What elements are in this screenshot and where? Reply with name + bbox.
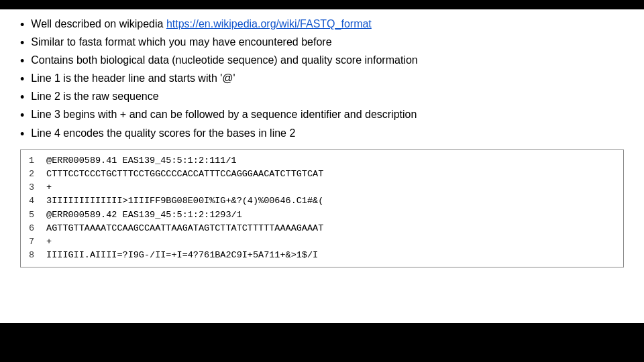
code-line: CTTTCCTCCCTGCTTTCCTGGCCCCACCATTTCCAGGGAA… <box>46 168 615 181</box>
code-line: @ERR000589.41 EAS139_45:5:1:2:111/1 <box>46 154 615 168</box>
line-number: 6 <box>29 222 34 235</box>
code-line: @ERR000589.42 EAS139_45:5:1:2:1293/1 <box>46 208 615 222</box>
bullet-text: Contains both biological data (nucleotid… <box>31 52 624 69</box>
bullet-symbol: • <box>20 16 24 34</box>
bullet-text: Well described on wikipedia https://en.w… <box>31 16 624 33</box>
code-line: IIIIGII.AIIII=?I9G-/II=+I=4?761BA2C9I+5A… <box>46 249 615 262</box>
bullet-item: •Line 2 is the raw sequence <box>20 88 624 106</box>
bullet-list: •Well described on wikipedia https://en.… <box>20 16 624 143</box>
title-bar <box>0 0 644 9</box>
bullet-item: •Line 3 begins with + and can be followe… <box>20 107 624 124</box>
code-lines: @ERR000589.41 EAS139_45:5:1:2:111/1CTTTC… <box>46 154 615 263</box>
line-number: 7 <box>29 235 34 249</box>
bullet-symbol: • <box>20 107 24 124</box>
line-number: 5 <box>29 208 34 222</box>
bullet-item: •Contains both biological data (nucleoti… <box>20 52 624 70</box>
bullet-text: Similar to fasta format which you may ha… <box>31 34 624 51</box>
code-line: AGTTGTTAAAATCCAAGCCAATTAAGATAGTCTTATCTTT… <box>46 222 615 235</box>
bullet-symbol: • <box>20 125 24 143</box>
bullet-text: Line 3 begins with + and can be followed… <box>31 107 624 123</box>
wikipedia-link[interactable]: https://en.wikipedia.org/wiki/FASTQ_form… <box>166 18 372 29</box>
bullet-item: •Line 1 is the header line and starts wi… <box>20 70 624 88</box>
line-number: 3 <box>29 181 34 194</box>
bullet-text: Line 2 is the raw sequence <box>31 88 624 105</box>
line-number: 4 <box>29 194 34 208</box>
bullet-item: •Similar to fasta format which you may h… <box>20 34 624 52</box>
line-number: 2 <box>29 168 34 181</box>
code-line: 3IIIIIIIIIIIII>1IIIFF9BG08E00I%IG+&?(4)%… <box>46 194 615 208</box>
code-block: 12345678 @ERR000589.41 EAS139_45:5:1:2:1… <box>20 149 624 267</box>
bullet-symbol: • <box>20 70 24 88</box>
bullet-text: Line 1 is the header line and starts wit… <box>31 70 624 87</box>
bullet-item: •Line 4 encodes the quality scores for t… <box>20 125 624 143</box>
content-area: •Well described on wikipedia https://en.… <box>0 9 644 323</box>
code-line-numbers: 12345678 <box>29 154 34 263</box>
line-number: 1 <box>29 154 34 168</box>
bullet-symbol: • <box>20 34 24 52</box>
code-line: + <box>46 181 615 194</box>
line-number: 8 <box>29 249 34 262</box>
bullet-text: Line 4 encodes the quality scores for th… <box>31 125 624 142</box>
bullet-symbol: • <box>20 88 24 106</box>
code-line: + <box>46 235 615 249</box>
bullet-symbol: • <box>20 52 24 70</box>
bullet-item: •Well described on wikipedia https://en.… <box>20 16 624 34</box>
